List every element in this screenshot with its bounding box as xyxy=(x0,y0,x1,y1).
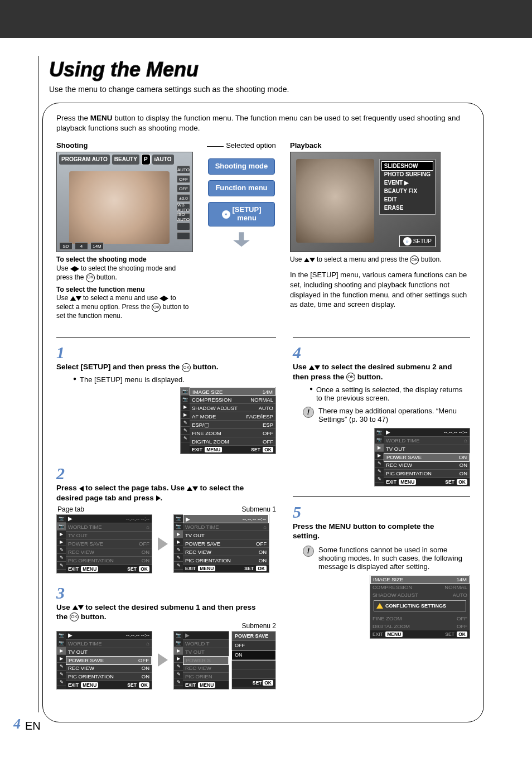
setup-ring-icon: » xyxy=(403,237,412,245)
popup-off: OFF xyxy=(232,641,275,650)
mode-beauty: BEAUTY xyxy=(112,155,139,165)
power-save-popup: POWER SAVE OFF ON SET OK xyxy=(231,631,276,690)
menu-image-2a: 📷📷▶▶✎✎✎ ▶--.--.-- --:-- WORLD TIME⌂ TV O… xyxy=(56,514,152,573)
mid-column: Selected option Shooting mode Function m… xyxy=(205,141,278,320)
shooting-label: Shooting xyxy=(56,141,193,150)
ok-icon: OK xyxy=(86,273,95,282)
menu-image-3b: 📷📷▶▶✎✎✎ ▶ WORLD T TV OUT POWER S REC VIE… xyxy=(173,631,229,690)
setup-ring-icon: » xyxy=(222,210,230,219)
pb-erase: ERASE xyxy=(382,204,433,212)
playback-label: Playback xyxy=(290,141,470,150)
warning-icon xyxy=(376,603,383,609)
mode-program: PROGRAM AUTO xyxy=(59,155,110,165)
ri-off1: OFF xyxy=(177,175,190,183)
submenu2-label: Submenu 2 xyxy=(57,622,276,630)
tri-down-icon xyxy=(315,365,320,370)
arrow-right-icon xyxy=(158,537,168,551)
arrow-down-icon xyxy=(233,232,250,247)
ok-icon: OK xyxy=(182,363,191,372)
selected-option-label: Selected option xyxy=(207,141,276,150)
ok-icon: OK xyxy=(152,303,161,312)
function-menu-box: Function menu xyxy=(208,180,275,196)
setup-paragraph: In the [SETUP] menu, various camera func… xyxy=(290,270,470,309)
playback-column: Playback SLIDESHOW PHOTO SURFING EVENT ▶… xyxy=(290,141,470,320)
arrow-right-icon xyxy=(158,653,168,667)
tri-up-icon xyxy=(70,296,76,301)
step-4-bullet: Once a setting is selected, the display … xyxy=(309,385,470,402)
tri-up-icon xyxy=(72,605,78,610)
tri-left-icon xyxy=(159,296,164,301)
pb-photo-surfing: PHOTO SURFING xyxy=(382,170,433,179)
step-4-num: 4 xyxy=(293,343,307,362)
conflict-menu: IMAGE SIZE14M COMPRESSIONNORMAL SHADOW A… xyxy=(370,575,470,639)
step-1: 1 Select [SETUP] and then press the OK b… xyxy=(56,343,276,454)
bottom-sd-icon: SD xyxy=(59,242,72,250)
tri-right-icon xyxy=(75,266,79,272)
mode-p-selected: P xyxy=(142,155,150,165)
viewfinder-image xyxy=(69,171,170,244)
step-1-num: 1 xyxy=(56,343,71,362)
header-band xyxy=(0,0,532,38)
playback-lcd: SLIDESHOW PHOTO SURFING EVENT ▶ BEAUTY F… xyxy=(290,152,441,252)
ok-icon: OK xyxy=(346,373,355,382)
menu-image-1: 📷📷▶▶✎✎✎ IMAGE SIZE14M COMPRESSIONNORMAL … xyxy=(180,387,276,454)
tri-down-icon xyxy=(78,605,84,610)
info-icon: ! xyxy=(303,407,314,418)
steps-right: 4 Use to select the desired submenu 2 an… xyxy=(293,332,470,699)
menu-image-4: 📷📷▶▶✎✎✎ ▶--.--.-- --:-- WORLD TIME⌂ TV O… xyxy=(374,428,470,486)
playback-image xyxy=(296,159,374,243)
tri-down-icon xyxy=(76,296,81,301)
page: Using the Menu Use the menu to change ca… xyxy=(0,0,532,757)
shooting-lcd: PROGRAM AUTO BEAUTY P iAUTO AUTO OFF OFF… xyxy=(56,152,193,252)
steps-left: 1 Select [SETUP] and then press the OK b… xyxy=(56,332,276,699)
bottom-size: 14M xyxy=(90,242,104,250)
ri-iso: ISO AUTO xyxy=(177,213,190,221)
pb-edit: EDIT xyxy=(382,195,433,204)
right-icon-stack: AUTO OFF OFF ±0.0 WB AUTO ISO AUTO xyxy=(177,166,190,240)
tri-down-icon xyxy=(192,486,198,491)
shooting-column: Shooting PROGRAM AUTO BEAUTY P iAUTO AUT… xyxy=(56,141,193,320)
step-4-note: ! There may be additional operations. “M… xyxy=(303,407,470,423)
tri-down-icon xyxy=(309,258,315,262)
help-shoot: To select the shooting mode Use to selec… xyxy=(56,255,193,282)
step-5-note: ! Some functions cannot be used in some … xyxy=(303,546,470,571)
ri-off2: OFF xyxy=(177,185,190,192)
step-4: 4 Use to select the desired submenu 2 an… xyxy=(293,343,470,486)
ok-icon: OK xyxy=(410,255,419,264)
tri-up-icon xyxy=(187,486,192,491)
page-tab-label: Page tab xyxy=(57,505,84,513)
ri-exp: ±0.0 xyxy=(177,194,190,202)
pb-setup-button: »SETUP xyxy=(399,235,436,247)
playback-menu: SLIDESHOW PHOTO SURFING EVENT ▶ BEAUTY F… xyxy=(379,159,436,215)
help-playback: Use to select a menu and press the OK bu… xyxy=(290,255,470,264)
popup-on: ON xyxy=(232,650,275,660)
pb-event: EVENT ▶ xyxy=(382,179,433,187)
step-5-num: 5 xyxy=(293,503,307,522)
tri-up-icon xyxy=(304,258,309,262)
shooting-mode-box: Shooting mode xyxy=(208,158,275,175)
conflict-overlay: CONFLICTING SETTINGS xyxy=(374,600,466,611)
mode-bar: PROGRAM AUTO BEAUTY P iAUTO xyxy=(59,155,190,165)
page-number: 4 EN xyxy=(13,716,41,732)
ri-auto: AUTO xyxy=(177,166,190,173)
step-3: 3 Use to select the desired submenu 1 an… xyxy=(56,584,276,690)
page-title: Using the Menu xyxy=(49,58,504,81)
setup-menu-box: » [SETUP]menu xyxy=(208,202,275,226)
menu-button-name: MENU xyxy=(90,114,113,122)
pb-beauty-fix: BEAUTY FIX xyxy=(382,187,433,195)
outer-box: Press the MENU button to display the fun… xyxy=(42,103,484,722)
intro-text: Use the menu to change camera settings s… xyxy=(49,85,504,94)
popup-header: POWER SAVE xyxy=(232,631,275,641)
pb-slideshow: SLIDESHOW xyxy=(382,162,433,170)
step-3-num: 3 xyxy=(56,584,71,602)
mode-iauto: iAUTO xyxy=(152,155,174,165)
tab-icon: 📷 xyxy=(181,388,190,396)
ok-icon: OK xyxy=(70,613,79,621)
top-description: Press the MENU button to display the fun… xyxy=(56,113,470,133)
tri-left-icon xyxy=(79,486,84,491)
ri-blank2 xyxy=(177,232,190,240)
help-fn: To select the function menu Use to selec… xyxy=(56,286,193,321)
step-2-num: 2 xyxy=(56,464,71,483)
step-5: 5 Press the MENU button to complete the … xyxy=(293,503,470,639)
tri-right-icon xyxy=(156,495,161,501)
